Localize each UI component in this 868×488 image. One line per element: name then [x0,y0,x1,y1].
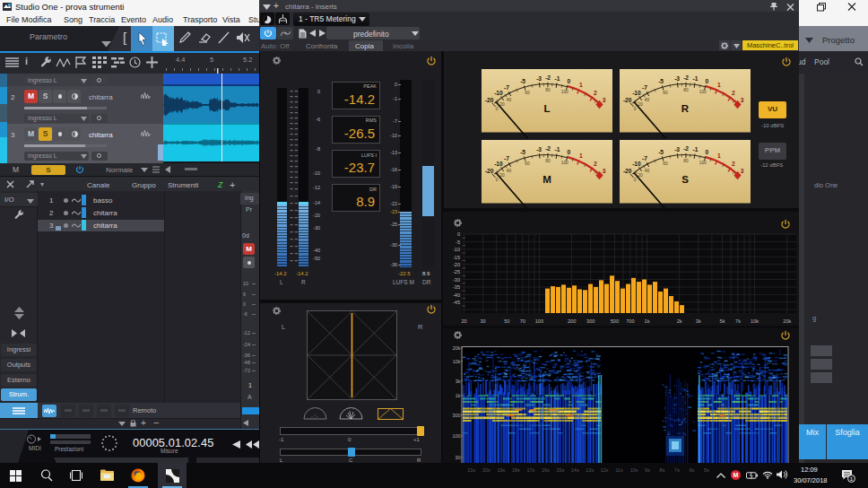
svg-text:10k: 10k [751,318,759,324]
svg-text:200: 200 [568,318,576,324]
svg-text:-5: -5 [456,240,460,245]
svg-text:-10: -10 [632,160,641,166]
svg-text:-2: -2 [545,145,551,152]
svg-text:100: 100 [699,90,707,94]
svg-text:60: 60 [663,90,668,94]
svg-text:60: 60 [525,161,530,165]
svg-text:80: 80 [545,87,551,92]
svg-text:L: L [543,102,550,113]
svg-text:0: 0 [634,178,637,182]
svg-text:-7: -7 [504,155,509,161]
svg-text:40: 40 [645,169,650,173]
svg-text:2: 2 [594,161,597,167]
svg-text:2k: 2k [677,318,682,324]
svg-text:-5: -5 [658,149,664,155]
svg-text:-25: -25 [453,269,460,274]
svg-text:0: 0 [496,107,499,111]
svg-text:-5: -5 [658,78,664,84]
svg-text:-5: -5 [520,149,525,155]
svg-text:3: 3 [603,168,606,174]
svg-text:0: 0 [496,178,499,182]
svg-text:2: 2 [594,90,597,96]
svg-text:-7: -7 [642,155,647,161]
svg-text:-35: -35 [453,284,460,290]
svg-text:80: 80 [683,87,689,92]
svg-text:300: 300 [453,413,461,418]
svg-text:-3: -3 [674,74,680,81]
svg-text:-20: -20 [453,262,460,267]
svg-text:0: 0 [634,107,637,111]
svg-text:20: 20 [461,318,466,324]
svg-text:-7: -7 [642,84,647,91]
svg-text:100: 100 [535,318,543,324]
svg-text:-5: -5 [520,78,525,84]
svg-text:1k: 1k [645,318,650,324]
svg-text:-10: -10 [453,247,460,252]
svg-text:-3: -3 [536,145,542,152]
svg-text:-20: -20 [485,167,494,173]
svg-text:5k: 5k [720,318,725,324]
svg-text:-1: -1 [555,146,560,152]
svg-text:2: 2 [732,90,735,96]
svg-text:20k: 20k [453,345,461,351]
svg-text:40: 40 [507,98,512,102]
svg-text:80: 80 [545,158,551,162]
svg-text:0: 0 [705,77,708,83]
svg-text:0: 0 [457,231,460,237]
svg-text:S: S [681,173,689,184]
svg-text:1k: 1k [456,393,461,398]
svg-text:10k: 10k [453,359,461,364]
svg-text:1: 1 [717,152,721,159]
svg-text:1: 1 [717,82,721,88]
svg-text:60: 60 [525,90,530,94]
svg-text:80: 80 [683,158,689,162]
svg-text:-30: -30 [453,277,460,283]
svg-text:-1: -1 [693,146,699,152]
svg-text:20k: 20k [783,318,791,324]
svg-text:30: 30 [480,318,485,324]
svg-text:40: 40 [645,98,650,102]
svg-text:M: M [542,173,551,184]
svg-text:3: 3 [603,97,606,103]
svg-text:100: 100 [561,161,569,165]
svg-text:2: 2 [732,161,735,167]
svg-text:-2: -2 [683,74,689,81]
svg-text:3k: 3k [456,379,461,384]
svg-text:-1: -1 [555,75,560,82]
svg-text:0: 0 [567,77,570,83]
svg-text:3k: 3k [696,318,701,324]
svg-text:-45: -45 [453,300,460,305]
svg-text:-20: -20 [623,167,632,173]
svg-text:-2: -2 [683,145,689,152]
svg-text:300: 300 [586,318,595,324]
svg-text:1: 1 [579,152,583,159]
svg-text:-40: -40 [453,292,460,298]
svg-text:1: 1 [579,82,583,88]
svg-text:-10: -10 [494,160,503,166]
svg-text:70: 70 [520,318,525,324]
svg-text:30: 30 [456,455,461,460]
svg-text:-10: -10 [632,89,641,95]
svg-text:0: 0 [567,148,570,154]
svg-text:-3: -3 [536,74,542,81]
svg-text:-15: -15 [453,255,460,260]
svg-text:3: 3 [741,97,744,103]
svg-text:7k: 7k [735,318,741,324]
svg-text:-2: -2 [545,74,551,81]
svg-text:3: 3 [741,168,744,174]
svg-text:40: 40 [507,169,512,173]
svg-text:0: 0 [705,148,708,154]
svg-text:-10: -10 [494,89,503,95]
svg-text:60: 60 [663,161,668,165]
svg-text:-1: -1 [693,75,699,82]
svg-text:-3: -3 [674,145,680,152]
svg-text:700: 700 [626,318,634,324]
svg-text:100: 100 [453,433,461,439]
svg-text:100: 100 [699,161,707,165]
svg-text:-20: -20 [623,96,632,102]
svg-text:R: R [681,102,690,113]
svg-text:-20: -20 [485,96,494,102]
svg-text:50: 50 [504,318,509,324]
svg-text:500: 500 [611,318,619,324]
svg-text:100: 100 [561,90,569,94]
